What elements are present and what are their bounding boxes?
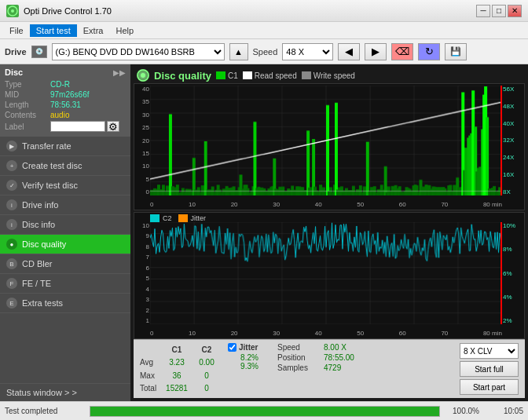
chart2-x-labels: 0 10 20 30 40 50 60 70 80 min — [150, 330, 502, 337]
legend-read-speed: Read speed — [243, 71, 297, 80]
label-settings-button[interactable]: ⚙ — [107, 121, 119, 132]
main-layout: Disc ▶▶ Type CD-R MID 97m26s66f Length 7… — [0, 64, 528, 401]
chart1-container: 40 35 30 25 20 15 10 5 0 56X 48X 40X 32X… — [134, 83, 525, 210]
status-window-button[interactable]: Status window > > — [0, 383, 130, 401]
jitter-header: Jitter — [228, 343, 271, 352]
minimize-button[interactable]: ─ — [476, 5, 490, 17]
legend-c1: C1 — [216, 71, 238, 80]
close-button[interactable]: ✕ — [508, 5, 522, 17]
jitter-column: Jitter 8.2% 9.3% — [228, 343, 271, 395]
chart1-x-labels: 0 10 20 30 40 50 60 70 80 min — [150, 201, 502, 208]
contents-value: audio — [50, 111, 69, 119]
drive-info-icon: i — [6, 199, 17, 210]
length-value: 78:56.31 — [50, 100, 81, 109]
mid-value: 97m26s66f — [50, 90, 89, 99]
jitter-color — [178, 214, 188, 222]
chart2-container: C2 Jitter 10 9 8 7 6 5 4 3 2 1 10% 8% — [134, 212, 525, 339]
c1-avg: 3.23 — [162, 356, 192, 370]
fe-te-icon: F — [6, 278, 17, 289]
start-part-button[interactable]: Start part — [460, 379, 519, 395]
stats-header-row: C1 C2 — [140, 343, 222, 356]
eject-button[interactable]: ▲ — [229, 43, 248, 60]
svg-point-3 — [141, 73, 145, 78]
c2-color — [150, 214, 160, 222]
drive-select[interactable]: (G:) BENQ DVD DD DW1640 BSRB — [52, 43, 225, 60]
disc-panel: Disc ▶▶ Type CD-R MID 97m26s66f Length 7… — [0, 64, 130, 137]
speed-value: 8.00 X — [324, 343, 346, 352]
menu-help[interactable]: Help — [109, 24, 140, 37]
disc-type-row: Type CD-R — [5, 80, 126, 89]
sidebar-item-drive-info[interactable]: i Drive info — [0, 195, 130, 215]
erase-button[interactable]: ⌫ — [391, 43, 413, 60]
c2-avg: 0.00 — [192, 356, 222, 370]
sidebar-item-cd-bler[interactable]: B CD Bler — [0, 254, 130, 274]
length-label: Length — [5, 100, 50, 109]
disc-length-row: Length 78:56.31 — [5, 100, 126, 109]
label-input[interactable] — [50, 121, 105, 132]
sidebar-item-fe-te[interactable]: F FE / TE — [0, 274, 130, 294]
title-bar: Opti Drive Control 1.70 ─ □ ✕ — [0, 0, 528, 22]
read-speed-color — [243, 71, 252, 79]
title-bar-controls: ─ □ ✕ — [476, 5, 522, 17]
refresh-button[interactable]: ↻ — [418, 43, 440, 60]
label-label: Label — [5, 122, 50, 131]
create-test-disc-icon: + — [6, 160, 17, 171]
disc-collapse[interactable]: ▶▶ — [113, 68, 126, 77]
avg-row: Avg 3.23 0.00 — [140, 356, 222, 370]
prev-button[interactable]: ◀ — [338, 43, 360, 60]
clv-speed-select[interactable]: 8 X CLV — [460, 343, 519, 359]
type-value: CD-R — [50, 80, 70, 89]
disc-title: Disc — [5, 68, 23, 77]
speed-key: Speed — [277, 343, 321, 352]
disc-quality-title: Disc quality — [154, 70, 211, 82]
menu-bar: File Start test Extra Help — [0, 22, 528, 39]
position-row: Position 78:55.00 — [277, 353, 453, 362]
sidebar-item-create-test-disc[interactable]: + Create test disc — [0, 156, 130, 176]
sidebar-item-extra-tests[interactable]: E Extra tests — [0, 294, 130, 313]
sidebar-item-verify-test-disc[interactable]: ✓ Verify test disc — [0, 176, 130, 195]
restore-button[interactable]: □ — [492, 5, 506, 17]
disc-quality-label: Disc quality — [22, 239, 66, 249]
disc-info-icon: i — [6, 219, 17, 230]
c1-total: 15281 — [162, 382, 192, 396]
title-bar-left: Opti Drive Control 1.70 — [6, 5, 112, 17]
jitter-avg: 8.2% — [228, 353, 271, 362]
contents-label: Contents — [5, 111, 50, 119]
start-full-button[interactable]: Start full — [460, 361, 519, 377]
disc-quality-icon: ● — [6, 239, 17, 250]
chart2-red-line — [500, 222, 502, 324]
position-value: 78:55.00 — [324, 353, 354, 362]
max-row: Max 36 0 — [140, 369, 222, 382]
disc-contents-row: Contents audio — [5, 111, 126, 119]
sidebar-item-disc-quality[interactable]: ● Disc quality — [0, 235, 130, 254]
jitter-label: Jitter — [239, 343, 258, 352]
speed-select[interactable]: 48 X — [282, 43, 333, 60]
position-key: Position — [277, 353, 321, 362]
sidebar-item-disc-info[interactable]: i Disc info — [0, 215, 130, 235]
chart2-y-labels: 10 9 8 7 6 5 4 3 2 1 — [135, 222, 149, 324]
speed-position-info: Speed 8.00 X Position 78:55.00 Samples 4… — [277, 343, 453, 395]
disc-quality-icon-header — [137, 69, 149, 82]
legend-write-speed: Write speed — [302, 71, 355, 80]
menu-extra[interactable]: Extra — [77, 24, 110, 37]
avg-label: Avg — [140, 356, 162, 370]
save-button[interactable]: 💾 — [445, 43, 467, 60]
disc-header: Disc ▶▶ — [5, 68, 126, 77]
write-speed-color — [302, 71, 311, 79]
chart2-canvas — [150, 222, 502, 324]
total-label: Total — [140, 382, 162, 396]
c2-label: C2 — [163, 214, 172, 222]
chart1-red-line — [500, 86, 502, 195]
menu-start-test[interactable]: Start test — [30, 24, 77, 37]
progress-bar-container — [90, 406, 440, 417]
sidebar-item-transfer-rate[interactable]: ▶ Transfer rate — [0, 137, 130, 156]
chart1-y-right-labels: 56X 48X 40X 32X 24X 16X 8X — [503, 86, 523, 195]
jitter-checkbox[interactable] — [228, 343, 236, 352]
disc-info-label: Disc info — [22, 220, 55, 229]
next-button[interactable]: ▶ — [365, 43, 387, 60]
read-speed-legend-label: Read speed — [255, 71, 297, 80]
c1-max: 36 — [162, 369, 192, 382]
transfer-rate-icon: ▶ — [6, 141, 17, 152]
disc-quality-header: Disc quality C1 Read speed Write speed — [134, 68, 525, 83]
menu-file[interactable]: File — [3, 24, 30, 37]
